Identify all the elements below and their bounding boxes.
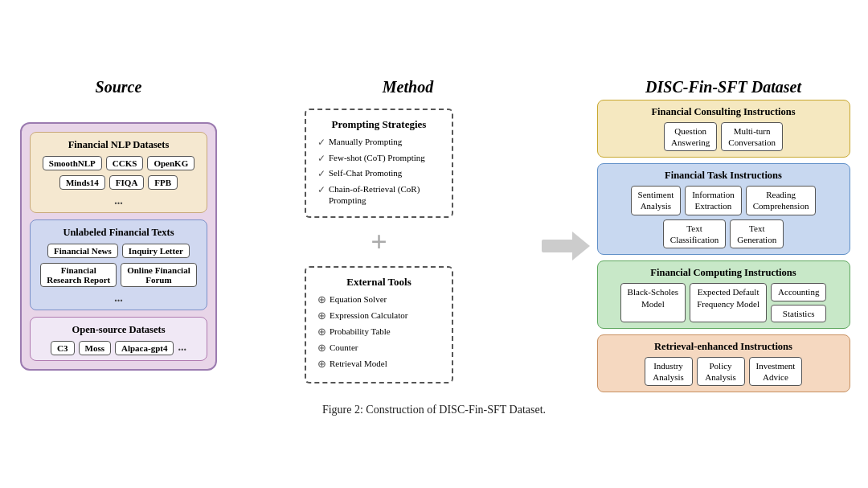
computing-title: Financial Computing Instructions (604, 267, 843, 279)
tag-openkg: OpenKG (147, 156, 194, 170)
unlabeled-title: Unlabeled Financial Texts (63, 227, 174, 239)
tag-sentiment-analysis: SentimentAnalysis (631, 186, 682, 215)
nlp-title: Financial NLP Datasets (68, 139, 170, 151)
prompting-item-3: ✓ Self-Chat Promoting (317, 167, 440, 181)
consulting-title: Financial Consulting Instructions (604, 106, 843, 118)
tag-industry-analysis: IndustryAnalysis (645, 357, 693, 387)
prompting-item-2: ✓ Few-shot (CoT) Prompting (317, 152, 440, 166)
tag-alpaca: Alpaca-gpt4 (115, 341, 174, 355)
tools-item-5: ⊕ Retrieval Model (317, 358, 440, 371)
tag-black-scholes: Black-ScholesModel (620, 283, 686, 322)
check-icon-4: ✓ (317, 184, 326, 197)
tools-title: External Tools (317, 276, 440, 289)
tag-fpb: FPB (148, 175, 178, 190)
tag-accounting: Accounting (771, 283, 826, 301)
nlp-row2: Minds14 FIQA FPB (59, 175, 178, 190)
opensource-ellipsis: ... (178, 341, 186, 355)
plus-icon-5: ⊕ (317, 358, 326, 371)
figure-caption: Figure 2: Construction of DISC-Fin-SFT D… (322, 404, 546, 416)
tag-text-generation: TextGeneration (730, 219, 784, 249)
prompting-title: Prompting Strategies (317, 118, 440, 131)
opensource-title: Open-source Datasets (72, 324, 165, 336)
tag-text-classification: TextClassification (663, 219, 727, 249)
plus-symbol: + (371, 228, 387, 256)
opensource-section: Open-source Datasets C3 Moss Alpaca-gpt4… (30, 317, 207, 361)
computing-row1: Black-ScholesModel Expected DefaultFrequ… (604, 283, 843, 322)
nlp-ellipsis: ... (114, 195, 123, 207)
col-headers-row: Source Method DISC-Fin-SFT Dataset (16, 78, 852, 96)
tag-policy-analysis: PolicyAnalysis (697, 357, 745, 387)
tools-item-4: ⊕ Counter (317, 342, 440, 355)
retrieval-section: Retrieval-enhanced Instructions Industry… (597, 334, 850, 393)
check-icon-3: ✓ (317, 168, 326, 181)
tools-label-5: Retrieval Model (330, 358, 387, 369)
header-source: Source (16, 78, 221, 96)
retrieval-title: Retrieval-enhanced Instructions (604, 341, 843, 353)
prompting-label-2: Few-shot (CoT) Prompting (329, 152, 425, 163)
check-icon-1: ✓ (317, 137, 326, 150)
tag-multi-turn-conversation: Multi-turnConversation (721, 122, 783, 152)
header-disc: DISC-Fin-SFT Dataset (595, 78, 852, 96)
tools-box: External Tools ⊕ Equation Solver ⊕ Expre… (305, 266, 453, 383)
task-row1: SentimentAnalysis InformationExtraction … (604, 186, 843, 215)
unlabeled-row1: Financial News Inquiry Letter (47, 244, 190, 258)
tag-minds14: Minds14 (59, 175, 105, 190)
retrieval-tags: IndustryAnalysis PolicyAnalysis Investme… (604, 357, 843, 387)
check-icon-2: ✓ (317, 153, 326, 166)
plus-icon-2: ⊕ (317, 310, 326, 323)
tag-expected-default: Expected DefaultFrequency Model (690, 283, 767, 322)
prompting-label-4: Chain-of-Retrieval (CoR) Prompting (329, 183, 440, 207)
tag-online-financial-forum: Online FinancialForum (121, 263, 197, 287)
plus-icon-4: ⊕ (317, 342, 326, 355)
arrow-right-icon (542, 232, 590, 260)
prompting-item-1: ✓ Manually Prompting (317, 136, 440, 150)
method-inner: Prompting Strategies ✓ Manually Promptin… (227, 109, 530, 383)
prompting-label-3: Self-Chat Promoting (329, 167, 402, 178)
tag-investment-advice: InvestmentAdvice (749, 357, 803, 387)
consulting-section: Financial Consulting Instructions Questi… (597, 100, 850, 158)
tools-label-3: Probability Table (330, 326, 391, 337)
header-method: Method (221, 78, 595, 96)
source-column: Financial NLP Datasets SmoothNLP CCKS Op… (16, 122, 221, 371)
arrow-container (537, 232, 595, 260)
prompting-box: Prompting Strategies ✓ Manually Promptin… (305, 109, 453, 218)
tag-reading-comprehension: ReadingComprehension (746, 186, 817, 215)
method-column: Prompting Strategies ✓ Manually Promptin… (221, 109, 537, 383)
disc-outer: Financial Consulting Instructions Questi… (597, 100, 850, 393)
disc-column: Financial Consulting Instructions Questi… (595, 100, 852, 393)
tag-fiqa: FIQA (109, 175, 145, 190)
tag-c3: C3 (51, 341, 74, 355)
consulting-tags: QuestionAnswering Multi-turnConversation (604, 122, 843, 152)
tag-information-extraction: InformationExtraction (685, 186, 742, 215)
tools-item-1: ⊕ Equation Solver (317, 293, 440, 307)
computing-section: Financial Computing Instructions Black-S… (597, 260, 850, 329)
tag-ccks: CCKS (106, 156, 144, 170)
tag-moss: Moss (79, 341, 111, 355)
unlabeled-row2: FinancialResearch Report Online Financia… (40, 263, 196, 287)
tools-item-2: ⊕ Expression Calculator (317, 310, 440, 323)
plus-icon-3: ⊕ (317, 326, 326, 339)
unlabeled-ellipsis: ... (114, 292, 123, 305)
nlp-section: Financial NLP Datasets SmoothNLP CCKS Op… (30, 132, 207, 213)
unlabeled-section: Unlabeled Financial Texts Financial News… (30, 219, 207, 310)
main-container: Source Method DISC-Fin-SFT Dataset Finan… (16, 78, 852, 417)
task-row2: TextClassification TextGeneration (604, 219, 843, 249)
tools-item-3: ⊕ Probability Table (317, 326, 440, 339)
tag-smoothnlp: SmoothNLP (43, 156, 102, 170)
prompting-label-1: Manually Prompting (329, 136, 402, 147)
tag-financial-news: Financial News (47, 244, 118, 258)
tag-inquiry-letter: Inquiry Letter (122, 244, 190, 258)
tools-label-1: Equation Solver (330, 293, 387, 305)
diagram-row: Financial NLP Datasets SmoothNLP CCKS Op… (16, 100, 852, 393)
opensource-row1: C3 Moss Alpaca-gpt4 ... (51, 341, 186, 355)
nlp-row1: SmoothNLP CCKS OpenKG (43, 156, 194, 170)
source-outer-box: Financial NLP Datasets SmoothNLP CCKS Op… (20, 122, 217, 371)
plus-icon-1: ⊕ (317, 293, 326, 307)
tools-label-2: Expression Calculator (330, 310, 407, 321)
prompting-item-4: ✓ Chain-of-Retrieval (CoR) Prompting (317, 183, 440, 207)
task-section: Financial Task Instructions SentimentAna… (597, 163, 850, 255)
tag-financial-research-report: FinancialResearch Report (40, 263, 117, 287)
task-title: Financial Task Instructions (604, 170, 843, 182)
tag-statistics: Statistics (771, 305, 826, 322)
tag-question-answering: QuestionAnswering (664, 122, 717, 152)
